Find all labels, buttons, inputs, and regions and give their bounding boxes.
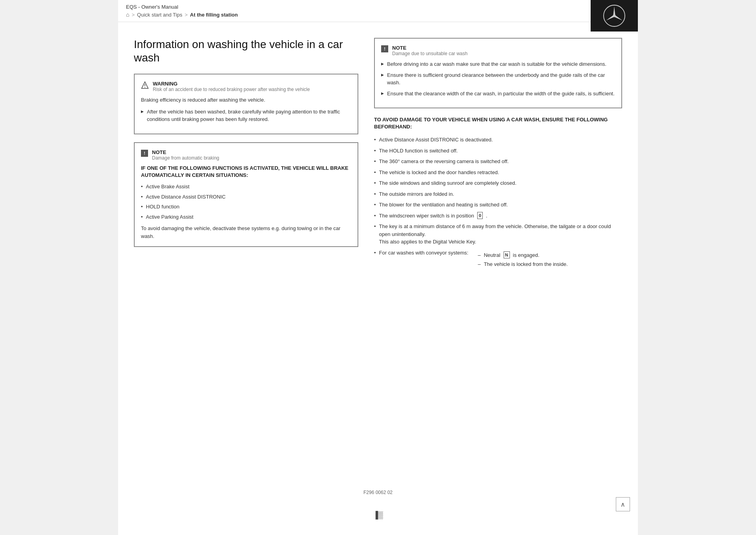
svg-marker-1 [613,6,615,15]
warning-icon [141,81,149,89]
inline-box-n: N [504,251,510,259]
list-item: Active Brake Assist [141,183,351,191]
manual-title: EQS - Owner's Manual [126,4,238,10]
warning-arrow-list: After the vehicle has been washed, brake… [141,108,351,123]
list-item: The key is at a minimum distance of 6 m … [374,223,622,246]
note-bullet-list: Active Brake Assist Active Distance Assi… [141,183,351,221]
note-right-title: NOTE [392,45,467,51]
avoid-heading: TO AVOID DAMAGE TO YOUR VEHICLE WHEN USI… [374,116,622,130]
sub-bullet-list: Neutral N is engaged. The vehicle is loc… [471,251,567,270]
left-column: Information on washing the vehicle in a … [134,38,358,274]
warning-body: Braking efficiency is reduced after wash… [141,96,351,104]
list-item: Before driving into a car wash make sure… [381,60,615,68]
svg-marker-2 [615,15,623,21]
note-box-left: ! NOTE Damage from automatic braking IF … [134,142,358,247]
bookmark-footer-icon[interactable]: ▐▒ [363,511,393,519]
list-item: Ensure that the clearance width of the c… [381,90,615,98]
breadcrumb: ⌂ > Quick start and Tips > At the fillin… [126,11,238,18]
warning-title: WARNING [153,81,310,87]
main-content: Information on washing the vehicle in a … [118,22,638,290]
breadcrumb-sep-2: > [185,12,188,18]
note-box-header: ! NOTE Damage from automatic braking [141,149,351,161]
list-item: The outside mirrors are folded in. [374,190,622,198]
list-item: The vehicle is locked from the inside. [478,260,567,268]
svg-point-4 [613,14,615,17]
home-icon[interactable]: ⌂ [126,11,129,18]
main-bullet-list: Active Distance Assist DISTRONIC is deac… [374,136,622,270]
doc-code: F296 0062 02 [363,490,393,495]
logo-area [591,0,638,32]
list-item: The HOLD function is switched off. [374,147,622,155]
note-title: NOTE [152,149,219,155]
page-wrapper: EQS - Owner's Manual ⌂ > Quick start and… [118,0,638,535]
note-subtitle: Damage from automatic braking [152,155,219,161]
warning-subtitle: Risk of an accident due to reduced braki… [153,87,310,92]
list-item: HOLD function [141,203,351,211]
header-left: EQS - Owner's Manual ⌂ > Quick start and… [126,4,238,18]
note-right-arrow-list: Before driving into a car wash make sure… [381,60,615,97]
right-column: ! NOTE Damage due to unsuitable car wash… [374,38,622,274]
list-item: The 360° camera or the reversing camera … [374,158,622,165]
svg-point-7 [145,87,145,88]
note-right-subtitle: Damage due to unsuitable car wash [392,51,467,56]
list-item: Neutral N is engaged. [478,251,567,259]
page-heading: Information on washing the vehicle in a … [134,38,358,64]
warning-box: WARNING Risk of an accident due to reduc… [134,74,358,134]
list-item: Ensure there is sufficient ground cleara… [381,71,615,87]
list-item: The vehicle is locked and the door handl… [374,169,622,176]
note-box-right-header: ! NOTE Damage due to unsuitable car wash [381,45,615,56]
list-item: Active Distance Assist DISTRONIC [141,193,351,201]
note-icon: ! [141,150,148,157]
note-title-group: NOTE Damage from automatic braking [152,149,219,161]
warning-title-group: WARNING Risk of an accident due to reduc… [153,81,310,92]
breadcrumb-sep-1: > [132,12,135,18]
list-item: The side windows and sliding sunroof are… [374,179,622,187]
list-item: For car washes with conveyor systems: Ne… [374,249,622,270]
inline-box-0: 0 [477,212,483,219]
note-footer-text: To avoid damaging the vehicle, deactivat… [141,225,351,240]
note-bold-text: IF ONE OF THE FOLLOWING FUNCTIONS IS ACT… [141,165,351,179]
page-footer: F296 0062 02 ▐▒ [356,482,400,527]
list-item: Active Distance Assist DISTRONIC is deac… [374,136,622,144]
list-item: Active Parking Assist [141,213,351,221]
note-box-right: ! NOTE Damage due to unsuitable car wash… [374,38,622,108]
scroll-up-button[interactable]: ∧ [616,497,630,511]
svg-marker-3 [606,15,614,21]
list-item: The windscreen wiper switch is in positi… [374,212,622,220]
warning-box-header: WARNING Risk of an accident due to reduc… [141,81,351,92]
note-icon-right: ! [381,45,388,52]
breadcrumb-current: At the filling station [190,12,238,18]
mercedes-logo [602,4,626,28]
list-item: The blower for the ventilation and heati… [374,201,622,209]
list-item: After the vehicle has been washed, brake… [141,108,351,123]
note-right-title-group: NOTE Damage due to unsuitable car wash [392,45,467,56]
header: EQS - Owner's Manual ⌂ > Quick start and… [118,0,638,22]
breadcrumb-link-1[interactable]: Quick start and Tips [137,12,182,18]
